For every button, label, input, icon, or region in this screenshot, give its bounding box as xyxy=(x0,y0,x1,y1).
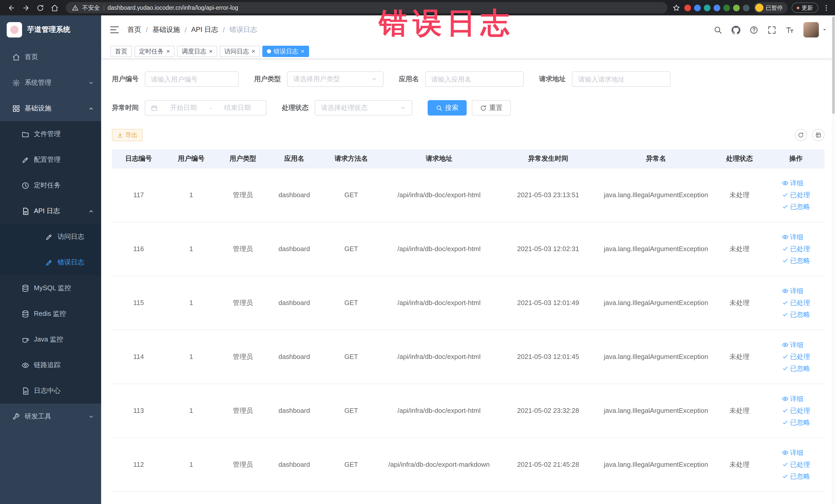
processed-link[interactable]: 已处理 xyxy=(782,406,810,415)
ignored-link[interactable]: 已忽略 xyxy=(782,310,810,319)
extension-icon[interactable] xyxy=(704,4,710,11)
sidebar-item[interactable]: 定时任务 xyxy=(0,173,101,198)
detail-link[interactable]: 详细 xyxy=(782,394,803,403)
address-bar[interactable]: 不安全 dashboard.yudao.iocoder.cn/infra/log… xyxy=(66,2,667,13)
extension-icon[interactable] xyxy=(723,4,730,11)
scrollbar-thumb[interactable] xyxy=(832,16,834,114)
close-icon[interactable]: × xyxy=(301,48,304,55)
sidebar-item[interactable]: Java 监控 xyxy=(0,327,101,352)
processed-link[interactable]: 已处理 xyxy=(782,298,810,307)
app-name-input[interactable] xyxy=(431,75,517,83)
export-button[interactable]: 导出 xyxy=(112,129,143,141)
security-chip[interactable]: 不安全 xyxy=(82,4,100,12)
detail-link[interactable]: 详细 xyxy=(782,286,803,296)
sidebar-item[interactable]: 错误日志 xyxy=(0,249,101,275)
extension-icon[interactable] xyxy=(713,4,720,11)
processed-link[interactable]: 已处理 xyxy=(782,460,810,469)
sidebar-item[interactable]: API 日志 xyxy=(0,198,101,224)
search-button[interactable]: 搜索 xyxy=(428,100,467,116)
extension-icon[interactable] xyxy=(684,4,691,11)
tab-active[interactable]: 错误日志× xyxy=(262,46,309,57)
sidebar-item[interactable]: 首页 xyxy=(0,44,101,70)
profile-chip[interactable]: 已暂停 xyxy=(753,2,787,13)
kebab-menu-icon[interactable] xyxy=(822,4,830,12)
eye-icon xyxy=(22,361,29,369)
table-row: 1171管理员dashboardGET/api/infra/db-doc/exp… xyxy=(112,168,824,222)
breadcrumb-item[interactable]: API 日志 xyxy=(191,25,218,35)
close-icon[interactable]: × xyxy=(209,48,212,55)
sidebar-item[interactable]: 配置管理 xyxy=(0,147,101,173)
github-icon[interactable] xyxy=(731,25,740,34)
sidebar-item-label: 错误日志 xyxy=(58,258,84,267)
ignored-link[interactable]: 已忽略 xyxy=(782,256,810,265)
breadcrumb-item[interactable]: 首页 xyxy=(127,25,141,35)
fullscreen-icon[interactable] xyxy=(767,25,776,34)
tab-item[interactable]: 调度日志× xyxy=(177,46,217,57)
processed-link[interactable]: 已处理 xyxy=(782,244,810,254)
detail-link[interactable]: 详细 xyxy=(782,233,803,242)
table-row: 1131管理员dashboardGET/api/infra/db-doc/exp… xyxy=(112,384,824,438)
ignored-link[interactable]: 已忽略 xyxy=(782,364,810,373)
detail-link[interactable]: 详细 xyxy=(782,448,803,457)
reload-button[interactable] xyxy=(34,2,46,14)
sidebar-item-label: 系统管理 xyxy=(25,78,51,87)
table-cell: /api/infra/db-doc/export-html xyxy=(383,168,495,222)
tab-item[interactable]: 定时任务× xyxy=(135,46,175,57)
back-button[interactable] xyxy=(5,2,18,14)
user-menu[interactable] xyxy=(803,22,827,38)
tab-item[interactable]: 访问日志× xyxy=(220,46,260,57)
folder-icon xyxy=(22,130,29,138)
sidebar-item[interactable]: 基础设施 xyxy=(0,96,101,121)
table-row: 1121管理员dashboardGET/api/infra/db-doc/exp… xyxy=(112,438,824,491)
request-url-input[interactable] xyxy=(578,75,664,83)
table-cell: dashboard xyxy=(268,168,320,222)
extension-icon[interactable] xyxy=(742,4,749,11)
ignored-link[interactable]: 已忽略 xyxy=(782,202,810,211)
home-button[interactable] xyxy=(48,2,61,14)
extension-icon[interactable] xyxy=(694,4,700,11)
sidebar-item[interactable]: Redis 监控 xyxy=(0,301,101,327)
sidebar-item[interactable]: 链路追踪 xyxy=(0,352,101,378)
sidebar-item[interactable]: 文件管理 xyxy=(0,121,101,147)
forward-button[interactable] xyxy=(20,2,32,14)
sidebar-item[interactable]: 研发工具 xyxy=(0,404,101,429)
view-icon xyxy=(782,287,789,294)
tab-item[interactable]: 首页 xyxy=(110,46,132,57)
search-icon[interactable] xyxy=(713,25,722,34)
table-cell: 2021-05-02 21:45:28 xyxy=(495,438,600,491)
user-avatar xyxy=(803,22,819,38)
ignored-link[interactable]: 已忽略 xyxy=(782,472,810,481)
detail-link[interactable]: 详细 xyxy=(782,178,803,188)
ignored-link[interactable]: 已忽略 xyxy=(782,418,810,427)
sidebar-item[interactable]: 日志中心 xyxy=(0,378,101,404)
process-status-select[interactable]: 请选择处理状态 xyxy=(315,100,412,116)
close-icon[interactable]: × xyxy=(251,48,255,55)
close-icon[interactable]: × xyxy=(166,48,170,55)
sidebar-item-label: MySQL 监控 xyxy=(34,283,71,293)
processed-link[interactable]: 已处理 xyxy=(782,190,810,200)
font-size-icon[interactable] xyxy=(785,25,794,34)
refresh-button[interactable] xyxy=(794,129,807,141)
column-settings-button[interactable] xyxy=(812,129,824,141)
request-url-label: 请求地址 xyxy=(539,75,566,84)
extension-icon[interactable] xyxy=(733,4,739,11)
detail-link[interactable]: 详细 xyxy=(782,340,803,349)
sidebar-item[interactable]: 系统管理 xyxy=(0,70,101,96)
sidebar-fold-button[interactable] xyxy=(109,25,120,35)
sidebar-item[interactable]: MySQL 监控 xyxy=(0,275,101,301)
error-log-table: 日志编号用户编号用户类型应用名请求方法名请求地址异常发生时间异常名处理状态操作 … xyxy=(112,149,824,492)
user-type-select[interactable]: 请选择用户类型 xyxy=(287,72,384,87)
table-toolbar: 导出 xyxy=(112,129,824,141)
processed-link[interactable]: 已处理 xyxy=(782,352,810,361)
update-button[interactable]: 更新 xyxy=(791,3,818,13)
bookmark-star-icon[interactable] xyxy=(672,4,680,12)
help-icon[interactable] xyxy=(749,25,758,34)
exception-time-range-picker[interactable]: 开始日期 - 结束日期 xyxy=(145,100,266,116)
table-cell: 116 xyxy=(112,222,165,276)
user-id-input[interactable] xyxy=(151,75,232,83)
logo-link[interactable]: 芋道管理系统 xyxy=(0,15,101,44)
breadcrumb-item[interactable]: 基础设施 xyxy=(152,25,180,35)
reset-button[interactable]: 重置 xyxy=(472,100,511,116)
page-scrollbar[interactable] xyxy=(831,15,835,504)
sidebar-item[interactable]: 访问日志 xyxy=(0,224,101,249)
